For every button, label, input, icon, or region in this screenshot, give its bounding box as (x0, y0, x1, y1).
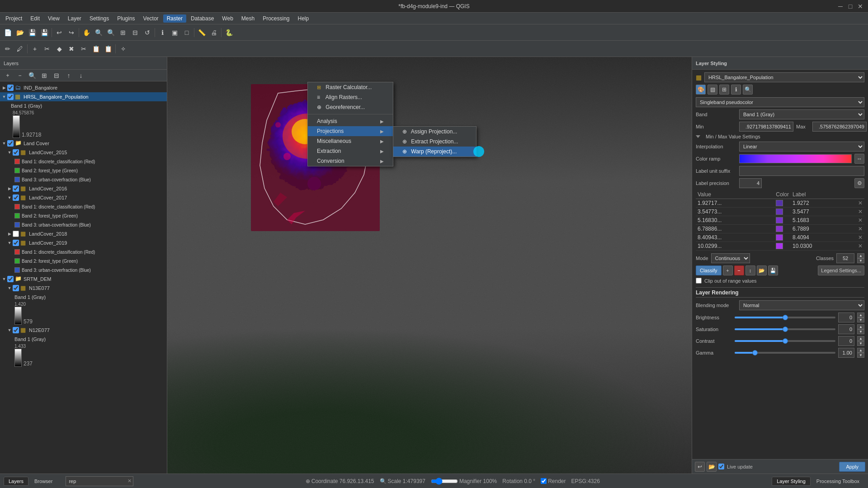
classify-button[interactable]: Classify (696, 265, 722, 275)
label-unit-input[interactable] (739, 166, 864, 176)
maximize-button[interactable]: □ (846, 2, 854, 10)
saturation-down[interactable]: ▼ (857, 329, 864, 334)
layer-select[interactable]: HRSL_Bangalore_Population (704, 72, 864, 82)
expand-n13e077[interactable]: ▼ (7, 286, 12, 290)
expand-ind[interactable]: ▶ (2, 85, 6, 90)
load-style-btn[interactable]: 📂 (707, 462, 717, 472)
color-1[interactable] (774, 199, 791, 208)
color-3[interactable] (774, 216, 791, 225)
color-4[interactable] (774, 225, 791, 233)
del-3[interactable]: ✕ (856, 216, 864, 225)
brightness-down[interactable]: ▼ (857, 317, 864, 322)
add-layer-btn[interactable]: + (2, 70, 14, 81)
render-checkbox[interactable] (541, 478, 547, 484)
cut-feature-btn[interactable]: ✂ (78, 43, 90, 55)
menu-vector[interactable]: Vector (140, 14, 162, 23)
layer-n12e077[interactable]: ▼ ▦ N12E077 (0, 326, 167, 335)
gamma-down[interactable]: ▼ (857, 353, 864, 358)
add-class-btn[interactable]: + (723, 265, 733, 275)
close-button[interactable]: ✕ (856, 2, 864, 10)
legend-settings-btn[interactable]: Legend Settings... (818, 265, 864, 275)
apply-button[interactable]: Apply (839, 462, 865, 472)
print-btn[interactable]: 🖨 (208, 27, 220, 38)
expand-n12e077[interactable]: ▼ (7, 328, 12, 332)
search-clear-btn[interactable]: ✕ (127, 478, 132, 484)
classes-input[interactable] (836, 253, 854, 263)
epsg-display[interactable]: EPSG:4326 (571, 478, 600, 484)
menu-view[interactable]: View (44, 14, 63, 23)
undo-style-btn[interactable]: ↩ (695, 462, 705, 472)
checkbox-lc2017[interactable] (13, 194, 19, 201)
layer-n13e077[interactable]: ▼ ▦ N13E077 (0, 284, 167, 293)
processing-toolbox-tab[interactable]: Processing Toolbox (811, 477, 864, 486)
digitize-btn[interactable]: ✏ (2, 43, 14, 55)
move-down-btn[interactable]: ↓ (75, 70, 87, 81)
browser-tab[interactable]: Browser (29, 477, 57, 486)
checkbox-lc2019[interactable] (13, 240, 19, 246)
expand-lc2015[interactable]: ▼ (7, 150, 12, 155)
contrast-value[interactable] (838, 336, 854, 346)
layer-lc2019[interactable]: ▼ ▦ LandCover_2019 (0, 238, 167, 247)
render-type-btn-4[interactable]: ℹ (731, 85, 741, 95)
mode-select[interactable]: Continuous (711, 253, 750, 263)
min-input[interactable] (739, 122, 793, 132)
gamma-up[interactable]: ▲ (857, 348, 864, 353)
checkbox-n12e077[interactable] (13, 327, 19, 333)
menu-edit[interactable]: Edit (27, 14, 43, 23)
contrast-track[interactable] (735, 340, 835, 342)
save-as-btn[interactable]: 💾 (38, 27, 50, 38)
menu-web[interactable]: Web (218, 14, 236, 23)
menu-raster[interactable]: Raster (163, 14, 186, 23)
max-input[interactable] (812, 122, 867, 132)
warp-reproject-item[interactable]: ⊕ Warp (Reproject)... (393, 147, 476, 156)
checkbox-ind[interactable] (7, 85, 14, 91)
layer-lc2018[interactable]: ▶ ▦ LandCover_2018 (0, 229, 167, 238)
render-type-btn-1[interactable]: 🎨 (696, 85, 706, 95)
search-input[interactable] (66, 476, 133, 486)
color-5[interactable] (774, 233, 791, 242)
zoom-layer-btn[interactable]: ⊟ (129, 27, 141, 38)
expand-land-cover[interactable]: ▼ (2, 141, 6, 146)
checkbox-lc2016[interactable] (13, 185, 19, 192)
menu-mesh[interactable]: Mesh (238, 14, 258, 23)
conversion-item[interactable]: Conversion ▶ (308, 156, 393, 166)
del-5[interactable]: ✕ (856, 233, 864, 242)
open-project-btn[interactable]: 📂 (14, 27, 26, 38)
node-tool-btn[interactable]: ◆ (53, 43, 65, 55)
clip-checkbox[interactable] (696, 278, 702, 284)
menu-layer[interactable]: Layer (64, 14, 85, 23)
classes-up[interactable]: ▲ (857, 253, 864, 258)
menu-settings[interactable]: Settings (86, 14, 113, 23)
brightness-up[interactable]: ▲ (857, 313, 864, 317)
delete-btn[interactable]: ✖ (66, 43, 77, 55)
layer-land-cover-group[interactable]: ▼ 📁 Land Cover (0, 139, 167, 148)
color-ramp-reverse-btn[interactable]: ↔ (854, 154, 864, 164)
collapse-all-btn[interactable]: ⊟ (51, 70, 62, 81)
deselect-btn[interactable]: □ (181, 27, 193, 38)
refresh-btn[interactable]: ↺ (142, 27, 153, 38)
contrast-down[interactable]: ▼ (857, 341, 864, 346)
new-project-btn[interactable]: 📄 (2, 27, 14, 38)
layer-hrsl-pop[interactable]: ▼ ▦ HRSL_Bangalore_Population (0, 92, 167, 101)
del-4[interactable]: ✕ (856, 225, 864, 233)
del-2[interactable]: ✕ (856, 208, 864, 216)
paste-feature-btn[interactable]: 📋 (102, 43, 114, 55)
gamma-track[interactable] (735, 352, 835, 354)
saturation-track[interactable] (735, 328, 835, 330)
expand-srtm[interactable]: ▼ (2, 277, 6, 281)
map-canvas[interactable]: ⊞ Raster Calculator... ≡ Align Rasters..… (167, 57, 692, 474)
layer-hrsl-band[interactable]: Band 1 (Gray) (0, 101, 167, 110)
menu-processing[interactable]: Processing (259, 14, 293, 23)
menu-project[interactable]: Project (2, 14, 26, 23)
redo-btn[interactable]: ↪ (66, 27, 77, 38)
layer-lc2015[interactable]: ▼ ▦ LandCover_2015 (0, 148, 167, 157)
checkbox-land-cover[interactable] (7, 140, 14, 147)
expand-all-btn[interactable]: ⊞ (38, 70, 50, 81)
expand-lc2016[interactable]: ▶ (7, 186, 12, 191)
render-type-btn-5[interactable]: 🔍 (743, 85, 753, 95)
topology-btn[interactable]: ⟡ (117, 43, 129, 55)
expand-lc2017[interactable]: ▼ (7, 195, 12, 200)
miscellaneous-item[interactable]: Miscellaneous ▶ (308, 136, 393, 146)
color-6[interactable] (774, 242, 791, 251)
raster-calculator-item[interactable]: ⊞ Raster Calculator... (308, 82, 393, 92)
